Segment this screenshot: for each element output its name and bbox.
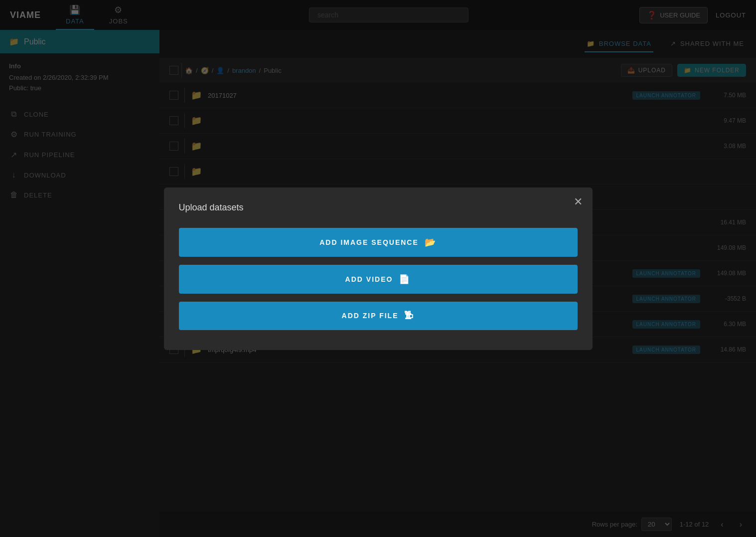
add-image-sequence-label: ADD IMAGE SEQUENCE [319,238,419,246]
add-video-label: ADD VIDEO [345,275,393,283]
video-icon: 📄 [399,274,411,285]
modal-title: Upload datasets [179,202,578,213]
modal-close-button[interactable]: ✕ [574,195,583,208]
close-icon: ✕ [574,195,583,208]
modal-overlay[interactable]: Upload datasets ✕ ADD IMAGE SEQUENCE 📂 A… [0,0,756,537]
add-video-button[interactable]: ADD VIDEO 📄 [179,265,578,294]
add-image-sequence-button[interactable]: ADD IMAGE SEQUENCE 📂 [179,228,578,257]
upload-modal: Upload datasets ✕ ADD IMAGE SEQUENCE 📂 A… [164,187,593,350]
zip-icon: 🗜 [404,311,414,321]
add-zip-file-button[interactable]: ADD ZIP FILE 🗜 [179,302,578,330]
image-sequence-icon: 📂 [425,237,437,248]
add-zip-label: ADD ZIP FILE [342,312,399,320]
